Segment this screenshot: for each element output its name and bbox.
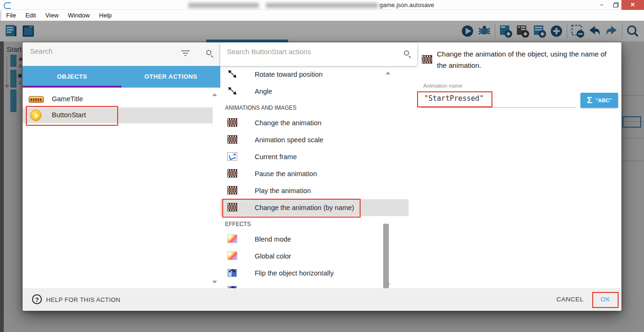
angle-arrow-icon xyxy=(227,87,237,95)
dialog-footer: ? HELP FOR THIS ACTION CANCEL OK xyxy=(23,288,621,311)
object-row-buttonstart[interactable]: ButtonStart xyxy=(23,107,213,123)
object-list: GameTitleButtonStart xyxy=(23,91,213,123)
object-search-bar xyxy=(23,42,220,66)
action-row-change-the-animation[interactable]: Change the animation xyxy=(220,114,409,131)
film-strip-icon xyxy=(227,169,237,178)
cancel-button[interactable]: CANCEL xyxy=(549,296,591,303)
action-search-input[interactable] xyxy=(227,48,387,56)
close-button[interactable]: ✕ xyxy=(621,0,644,10)
menu-bar: FileEditViewWindowHelp xyxy=(0,10,644,21)
search-icon[interactable] xyxy=(206,50,211,55)
menu-item-view[interactable]: View xyxy=(40,10,63,21)
section-header: ANIMATIONS AND IMAGES xyxy=(220,100,417,114)
scroll-up-icon[interactable] xyxy=(212,93,217,96)
action-search-bar xyxy=(220,42,417,66)
object-row-gametitle[interactable]: GameTitle xyxy=(23,91,213,107)
restore-icon xyxy=(613,3,618,8)
ok-button[interactable]: OK xyxy=(595,296,616,303)
action-label: Pause the animation xyxy=(255,170,317,178)
action-row-rotate-toward-position[interactable]: Rotate toward position xyxy=(220,66,409,83)
action-row-angle[interactable]: Angle xyxy=(220,83,409,100)
film-strip-icon xyxy=(227,186,237,194)
action-row-change-the-animation-by-name-[interactable]: Change the animation (by name) xyxy=(220,199,409,216)
menu-item-file[interactable]: File xyxy=(1,10,21,21)
expression-editor-button[interactable]: Σ"ABC" xyxy=(580,93,618,108)
angle-arrow-icon xyxy=(227,70,237,78)
help-link[interactable]: HELP FOR THIS ACTION xyxy=(46,296,121,303)
action-row-blend-mode[interactable]: Blend mode xyxy=(220,231,409,248)
action-label: Rotate toward position xyxy=(255,71,322,78)
rainbow-icon xyxy=(227,235,237,243)
tab-objects[interactable]: OBJECTS xyxy=(23,66,121,88)
animation-name-label: Animation name xyxy=(423,83,462,89)
action-label: Current frame xyxy=(255,153,297,161)
film-strip-icon xyxy=(227,118,237,127)
film-strip-icon xyxy=(227,203,237,211)
frame-icon xyxy=(227,152,237,161)
action-row-play-the-animation[interactable]: Play the animation xyxy=(220,182,409,199)
action-row-partial[interactable] xyxy=(220,282,409,288)
field-underline xyxy=(421,107,576,108)
menu-item-edit[interactable]: Edit xyxy=(21,10,40,21)
scroll-down-icon[interactable] xyxy=(212,281,217,283)
filter-icon[interactable] xyxy=(181,50,190,57)
object-label: ButtonStart xyxy=(52,111,86,119)
minimize-button[interactable]: – xyxy=(595,0,608,10)
blurred-title-segment xyxy=(266,3,378,8)
action-label: Play the animation xyxy=(255,187,311,194)
gametitle-thumbnail-icon xyxy=(29,96,44,103)
action-label: Global color xyxy=(255,252,291,260)
search-icon[interactable] xyxy=(404,50,409,56)
tab-other-actions[interactable]: OTHER ACTIONS xyxy=(121,66,220,88)
scrollbar-thumb[interactable] xyxy=(383,224,389,299)
action-row-animation-speed-scale[interactable]: Animation speed scale xyxy=(220,131,409,148)
help-icon[interactable]: ? xyxy=(32,294,42,304)
rainbow-icon xyxy=(227,251,237,260)
action-row-current-frame[interactable]: Current frame xyxy=(220,148,409,165)
menu-item-window[interactable]: Window xyxy=(63,10,94,21)
action-label: Animation speed scale xyxy=(255,136,323,144)
action-label: Angle xyxy=(255,88,272,95)
film-strip-icon xyxy=(422,55,432,64)
object-tabs: OBJECTS OTHER ACTIONS xyxy=(23,66,220,88)
action-row-global-color[interactable]: Global color xyxy=(220,248,409,265)
scroll-up-icon[interactable] xyxy=(386,72,390,74)
action-description: Change the animation of the object, usin… xyxy=(437,49,616,71)
flip-icon xyxy=(227,268,237,277)
play-button-thumbnail-icon xyxy=(30,110,41,121)
active-tab-underline xyxy=(23,86,121,88)
object-search-input[interactable] xyxy=(30,47,171,55)
menu-item-help[interactable]: Help xyxy=(95,10,117,21)
restore-button[interactable] xyxy=(609,0,621,10)
gdevelop-logo-icon xyxy=(3,1,11,9)
sigma-icon: Σ xyxy=(587,95,592,105)
window-title: game.json.autosave xyxy=(379,1,434,8)
action-label: Blend mode xyxy=(255,235,291,243)
object-label: GameTitle xyxy=(52,95,83,103)
action-label: Change the animation xyxy=(255,119,322,127)
film-strip-icon xyxy=(227,135,237,144)
action-row-pause-the-animation[interactable]: Pause the animation xyxy=(220,165,409,182)
action-row-flip-the-object-horizontally[interactable]: Flip the object horizontally xyxy=(220,265,409,282)
animation-name-value[interactable]: "StartPressed" xyxy=(424,94,483,103)
blurred-title-segment xyxy=(188,3,259,8)
action-label: Flip the object horizontally xyxy=(255,269,334,277)
action-label: Change the animation (by name) xyxy=(255,204,354,211)
title-bar: game.json.autosave – ✕ xyxy=(0,0,644,10)
action-editor-dialog: OBJECTS OTHER ACTIONS GameTitleButtonSta… xyxy=(23,42,621,311)
